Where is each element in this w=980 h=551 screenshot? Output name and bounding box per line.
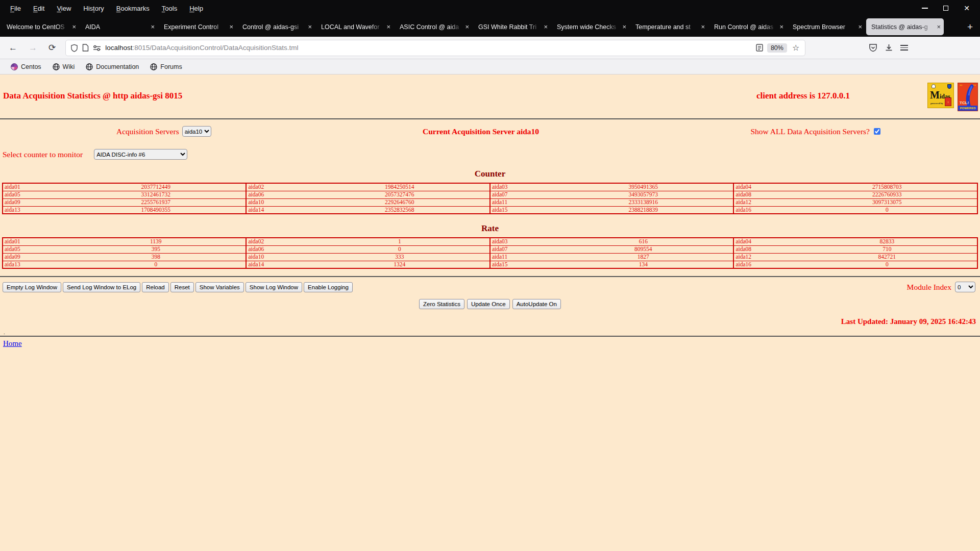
bookmark-star-icon[interactable]: ☆	[791, 43, 800, 53]
menu-view[interactable]: View	[51, 5, 77, 12]
browser-tab[interactable]: System wide Checks×	[552, 18, 629, 35]
bookmark-documentation[interactable]: Documentation	[80, 63, 144, 70]
url-bar[interactable]: localhost:8015/DataAcquisitionControl/Da…	[65, 40, 805, 56]
button-autoupdate-on[interactable]: AutoUpdate On	[512, 299, 561, 309]
browser-tab[interactable]: Run Control @ aidas×	[709, 18, 787, 35]
globe-icon	[53, 63, 60, 70]
tab-label: Statistics @ aidas-g	[871, 23, 935, 31]
browser-tab[interactable]: Control @ aidas-gsi×	[237, 18, 315, 35]
tab-close-icon[interactable]: ×	[465, 23, 469, 31]
rate-cell-name: aida07	[490, 245, 553, 253]
close-icon[interactable]: ✕	[964, 6, 970, 11]
page-content: Data Acquisition Statistics @ http aidas…	[0, 74, 980, 348]
midas-logo[interactable]: Midas powered by i	[927, 83, 954, 108]
browser-tab[interactable]: LOCAL and Wavefor×	[316, 18, 394, 35]
show-all-checkbox[interactable]	[874, 128, 880, 135]
menu-help[interactable]: Help	[183, 5, 209, 12]
url-host: localhost	[105, 44, 132, 52]
new-tab-button[interactable]: +	[962, 21, 979, 37]
browser-tab[interactable]: Spectrum Browser×	[788, 18, 865, 35]
acquisition-server-select[interactable]: aida10	[182, 126, 211, 137]
button-send-log-window-to-elog[interactable]: Send Log Window to ELog	[63, 282, 140, 292]
button-reload[interactable]: Reload	[142, 282, 168, 292]
show-all-servers: Show ALL Data Acquisition Servers?	[750, 127, 882, 136]
button-empty-log-window[interactable]: Empty Log Window	[3, 282, 61, 292]
button-show-variables[interactable]: Show Variables	[195, 282, 244, 292]
browser-tab[interactable]: GSI White Rabbit Tri×	[473, 18, 551, 35]
tab-close-icon[interactable]: ×	[701, 23, 705, 31]
rate-cell-name: aida02	[246, 238, 309, 245]
browser-tab[interactable]: AIDA×	[80, 18, 158, 35]
menu-history[interactable]: History	[77, 5, 110, 12]
button-show-log-window[interactable]: Show Log Window	[246, 282, 302, 292]
rate-cell-value: 0	[310, 245, 490, 253]
tab-close-icon[interactable]: ×	[622, 23, 626, 31]
url-text[interactable]: localhost:8015/DataAcquisitionControl/Da…	[105, 44, 752, 52]
rate-cell-value: 395	[66, 245, 246, 253]
maximize-icon[interactable]	[943, 6, 948, 11]
tcl-logo[interactable]: '' '' TCL! POWERED	[958, 83, 978, 111]
counter-cell-value: 2715808703	[797, 183, 977, 191]
bookmark-wiki[interactable]: Wiki	[47, 63, 81, 70]
rate-heading: Rate	[0, 223, 980, 234]
counter-cell-value: 2255761937	[66, 198, 246, 206]
downloads-icon[interactable]	[885, 43, 893, 52]
menu-file[interactable]: File	[4, 5, 27, 12]
bookmark-centos[interactable]: Centos	[5, 63, 47, 70]
minimize-icon[interactable]	[922, 8, 928, 9]
tab-close-icon[interactable]: ×	[229, 23, 233, 31]
page-info-icon[interactable]	[82, 44, 89, 52]
tab-close-icon[interactable]: ×	[308, 23, 312, 31]
tab-close-icon[interactable]: ×	[151, 23, 155, 31]
counter-cell-value: 2057327476	[310, 191, 490, 198]
counter-cell-name: aida11	[490, 198, 553, 206]
counter-cell-value: 3312461732	[66, 191, 246, 198]
button-update-once[interactable]: Update Once	[467, 299, 510, 309]
home-link[interactable]: Home	[3, 339, 22, 347]
menu-tools[interactable]: Tools	[156, 5, 183, 12]
browser-tab[interactable]: Temperature and st×	[630, 18, 708, 35]
app-menu-icon[interactable]	[900, 43, 908, 52]
counter-cell-value: 2388218839	[553, 206, 733, 214]
forward-icon[interactable]: →	[23, 43, 43, 53]
tab-close-icon[interactable]: ×	[937, 23, 941, 31]
browser-tab[interactable]: ASIC Control @ aida×	[395, 18, 472, 35]
shield-icon[interactable]	[70, 44, 78, 52]
button-reset[interactable]: Reset	[170, 282, 194, 292]
counter-select-row: Select counter to monitor AIDA DISC-info…	[0, 149, 980, 160]
counter-monitor-select[interactable]: AIDA DISC-info #6	[94, 149, 187, 160]
tab-label: GSI White Rabbit Tri	[478, 23, 542, 31]
counter-cell-name: aida13	[3, 206, 66, 214]
menu-edit[interactable]: Edit	[27, 5, 51, 12]
button-enable-logging[interactable]: Enable Logging	[304, 282, 353, 292]
counter-cell-value: 1984250514	[310, 183, 490, 191]
bookmark-label: Centos	[21, 63, 41, 70]
bookmark-forums[interactable]: Forums	[144, 63, 187, 70]
reload-icon[interactable]: ⟳	[43, 42, 61, 53]
tab-close-icon[interactable]: ×	[858, 23, 862, 31]
menu-bookmarks[interactable]: Bookmarks	[110, 5, 156, 12]
browser-tab[interactable]: Welcome to CentOS×	[2, 18, 79, 35]
tab-close-icon[interactable]: ×	[386, 23, 390, 31]
rate-cell-name: aida05	[3, 245, 66, 253]
tab-close-icon[interactable]: ×	[72, 23, 76, 31]
tab-close-icon[interactable]: ×	[544, 23, 548, 31]
module-index-select[interactable]: 0	[955, 282, 975, 292]
tab-close-icon[interactable]: ×	[779, 23, 783, 31]
permissions-sliders-icon[interactable]	[93, 45, 101, 51]
counter-cell-name: aida14	[246, 206, 309, 214]
browser-tab[interactable]: Experiment Control×	[159, 18, 236, 35]
divider	[0, 118, 980, 119]
rate-cell-name: aida04	[733, 238, 797, 245]
zoom-level-badge[interactable]: 80%	[767, 43, 787, 53]
rate-cell-name: aida11	[490, 253, 553, 261]
counter-cell-name: aida06	[246, 191, 309, 198]
rate-cell-value: 842721	[797, 253, 977, 261]
pocket-save-icon[interactable]	[869, 43, 877, 52]
browser-tab[interactable]: Statistics @ aidas-g×	[866, 18, 944, 35]
button-zero-statistics[interactable]: Zero Statistics	[419, 299, 464, 309]
back-icon[interactable]: ←	[3, 43, 23, 53]
rate-cell-name: aida16	[733, 261, 797, 268]
tab-label: Control @ aidas-gsi	[242, 23, 306, 31]
reader-mode-icon[interactable]	[756, 44, 763, 52]
